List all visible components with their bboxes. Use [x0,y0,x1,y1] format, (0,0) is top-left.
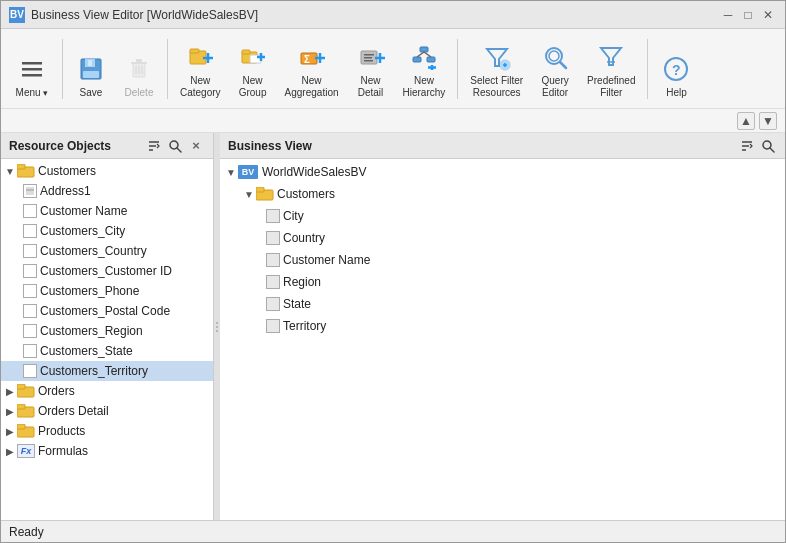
right-tree-bv-root[interactable]: ▼ BV WorldWideSalesBV [220,161,785,183]
minimize-button[interactable]: ─ [719,6,737,24]
new-category-icon [184,41,216,73]
tree-item-orders[interactable]: ▶ Orders [1,381,213,401]
toggle-bv-root[interactable]: ▼ [224,165,238,179]
new-group-icon [237,41,269,73]
new-aggregation-button[interactable]: Σ NewAggregation [278,34,346,104]
right-tree-customer-name[interactable]: Customer Name [220,249,785,271]
title-controls: ─ □ ✕ [719,6,777,24]
delete-button[interactable]: Delete [116,34,162,104]
tree-item-customers-phone[interactable]: Customers_Phone [1,281,213,301]
svg-rect-27 [364,54,374,56]
help-button[interactable]: ? Help [653,34,699,104]
svg-rect-32 [420,47,428,52]
right-search-icon[interactable] [759,137,777,155]
tree-item-customers-postal-code[interactable]: Customers_Postal Code [1,301,213,321]
formulas-label: Formulas [38,444,88,458]
customers-postal-code-label: Customers_Postal Code [40,304,170,318]
query-editor-button[interactable]: QueryEditor [532,34,578,104]
right-tree-state[interactable]: State [220,293,785,315]
maximize-button[interactable]: □ [739,6,757,24]
tree-item-orders-detail[interactable]: ▶ Orders Detail [1,401,213,421]
predefined-filter-icon [595,41,627,73]
bv-region-label: Region [283,275,321,289]
svg-point-44 [549,51,559,61]
nav-down-arrow[interactable]: ▼ [759,112,777,130]
tree-item-customers[interactable]: ▼ Customers [1,161,213,181]
tree-item-customers-city[interactable]: Customers_City [1,221,213,241]
help-icon: ? [660,53,692,85]
toolbar-sep-3 [457,39,458,99]
toggle-products[interactable]: ▶ [3,424,17,438]
svg-rect-29 [364,60,373,62]
svg-rect-8 [131,62,147,64]
new-detail-icon [355,41,387,73]
tree-item-customers-state[interactable]: Customers_State [1,341,213,361]
new-aggregation-label: NewAggregation [285,75,339,99]
tree-item-address1[interactable]: Address1 [1,181,213,201]
close-button[interactable]: ✕ [759,6,777,24]
new-detail-button[interactable]: NewDetail [348,34,394,104]
right-sort-icon[interactable] [738,137,756,155]
status-bar: Ready [1,520,785,542]
right-panel-title: Business View [228,139,734,153]
products-label: Products [38,424,85,438]
new-group-button[interactable]: NewGroup [230,34,276,104]
toggle-customers[interactable]: ▼ [3,164,17,178]
left-panel-icons: × [145,137,205,155]
toolbar-sep-1 [62,39,63,99]
svg-line-55 [177,148,181,152]
predefined-filter-button[interactable]: PredefinedFilter [580,34,642,104]
tree-item-customers-region[interactable]: Customers_Region [1,321,213,341]
new-aggregation-icon: Σ [296,41,328,73]
svg-rect-63 [17,404,25,409]
customers-city-label: Customers_City [40,224,125,238]
nav-bar: ▲ ▼ [1,109,785,133]
toolbar-sep-4 [647,39,648,99]
select-filter-icon [481,41,513,73]
tree-item-formulas[interactable]: ▶ Fx Formulas [1,441,213,461]
toggle-orders[interactable]: ▶ [3,384,17,398]
new-detail-label: NewDetail [358,75,384,99]
tree-item-customers-territory[interactable]: Customers_Territory [1,361,213,381]
new-hierarchy-icon [408,41,440,73]
bv-country-label: Country [283,231,325,245]
svg-rect-65 [17,424,25,429]
new-category-button[interactable]: NewCategory [173,34,228,104]
tree-item-products[interactable]: ▶ Products [1,421,213,441]
svg-rect-61 [17,384,25,389]
new-category-label: NewCategory [180,75,221,99]
tree-item-customers-country[interactable]: Customers_Country [1,241,213,261]
svg-line-45 [560,62,566,68]
select-filter-button[interactable]: Select FilterResources [463,34,530,104]
save-button[interactable]: Save [68,34,114,104]
right-tree-region[interactable]: Region [220,271,785,293]
nav-up-arrow[interactable]: ▲ [737,112,755,130]
left-sort-icon[interactable] [145,137,163,155]
customers-label: Customers [38,164,96,178]
left-search-icon[interactable] [166,137,184,155]
menu-button[interactable]: Menu ▾ [7,34,57,104]
help-label: Help [666,87,687,99]
tree-item-customers-customerid[interactable]: Customers_Customer ID [1,261,213,281]
right-tree-customers[interactable]: ▼ Customers [220,183,785,205]
window-title: Business View Editor [WorldWideSalesBV] [31,8,258,22]
new-hierarchy-button[interactable]: NewHierarchy [396,34,453,104]
toggle-formulas[interactable]: ▶ [3,444,17,458]
svg-text:?: ? [672,62,681,78]
svg-rect-6 [83,71,99,78]
svg-rect-0 [22,62,42,65]
left-close-icon[interactable]: × [187,137,205,155]
svg-rect-14 [190,49,199,53]
svg-text:Σ: Σ [304,54,310,65]
right-tree-city[interactable]: City [220,205,785,227]
svg-rect-18 [242,50,250,54]
query-editor-label: QueryEditor [541,75,568,99]
toggle-orders-detail[interactable]: ▶ [3,404,17,418]
svg-rect-5 [88,60,92,66]
svg-line-70 [770,148,774,152]
tree-item-customer-name[interactable]: Customer Name [1,201,213,221]
right-tree-country[interactable]: Country [220,227,785,249]
right-tree-territory[interactable]: Territory [220,315,785,337]
toggle-bv-customers[interactable]: ▼ [242,187,256,201]
left-panel-title: Resource Objects [9,139,141,153]
